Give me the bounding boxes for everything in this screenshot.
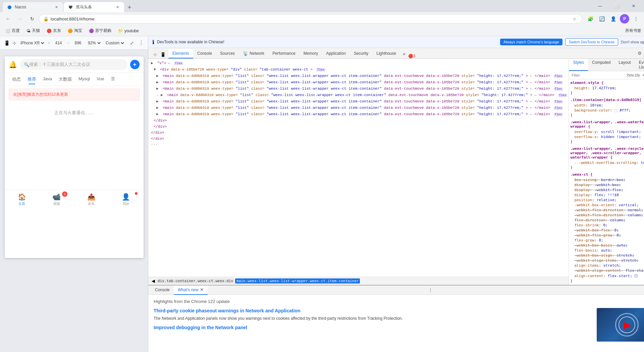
tab-memory[interactable]: Memory [300,49,322,58]
bottom-tab-console[interactable]: Console [151,285,174,295]
bottom-nav-home[interactable]: 🏠 主页 [5,190,40,209]
style-prop-webkit-flex-dir-1[interactable]: -webkit-flex-direction: normal; [570,208,644,213]
breadcrumb-nav-back[interactable]: ◀ [151,278,156,283]
dom-tree[interactable]: ▶ "v"> ← flex ▼ <div data-v-185be720 wee… [148,59,569,277]
minimize-button[interactable]: — [592,1,608,11]
bookmark-jd[interactable]: 🔴 京东 [44,27,64,35]
nav-java[interactable]: Java [40,74,55,84]
tab-lighthouse[interactable]: Lighthouse [372,49,400,58]
nav-mysql[interactable]: Mysql [75,74,93,84]
bottom-tab-close[interactable]: ✕ [200,287,204,292]
height-input[interactable] [72,41,84,45]
refresh-button[interactable]: ↻ [27,13,38,24]
back-button[interactable]: ← [3,13,13,24]
bottom-tab-whatsnew[interactable]: What's new ✕ [174,285,208,295]
tab-close-nacos[interactable]: ✕ [54,4,59,10]
tab-heimatoutiao[interactable]: 🖤 黑马头条 ✕ [64,2,124,12]
close-button[interactable]: ✕ [626,1,641,11]
nav-dongtai[interactable]: 动态 [9,74,24,84]
maximize-button[interactable]: ⬜ [609,1,625,11]
styles-tab-styles[interactable]: Styles [569,59,588,71]
style-prop-webkit-box-flex[interactable]: -webkit-box-flex: 0; [570,228,644,233]
styles-tab-computed[interactable]: Computed [588,59,614,71]
rotate-button[interactable]: ⤢ [128,39,136,47]
tab-network[interactable]: 📡 Network [239,49,268,58]
style-prop-align-content[interactable]: align-content: flex-start; ⓘ [570,273,644,279]
bell-icon[interactable]: 🔔 [9,60,17,69]
style-prop-webkit-overflow[interactable]: ⚠ -webkit-overflow-scrolling: touch; [570,160,644,165]
style-prop-align-items[interactable]: align-items: stretch; [570,263,644,268]
bottom-panel-more[interactable]: ⋮ [426,288,435,293]
bottom-nav-mine[interactable]: 👤 我的 [109,190,144,209]
style-prop-display-webkit-flex[interactable]: display: -webkit-flex; [570,187,644,192]
dom-line-1[interactable]: ▶ "v"> ← flex [148,60,569,67]
dom-line-4[interactable]: ▶ <main data-v-6d0b0319 weex-type= "list… [148,79,569,86]
tab-application[interactable]: Application [322,49,350,58]
dom-line-7[interactable]: ▶ <main data-v-6d0b0319 weex-type= "list… [148,105,569,111]
switch-devtools-language-button[interactable]: Switch DevTools to Chinese [565,38,618,46]
dom-line-10[interactable]: </div> [148,124,569,130]
sync-icon[interactable]: 🔄 [596,13,607,24]
video-thumbnail[interactable]: ▶ new [597,308,644,342]
style-prop-position[interactable]: position: relative; [570,197,644,203]
extensions-icon[interactable]: 🧩 [585,13,596,24]
device-toolbar-inspect-icon[interactable]: 📱 [4,40,10,46]
nav-menu-icon[interactable]: ☰ [108,74,118,84]
styles-content[interactable]: element.style { height: 17.4277rem; } .i… [569,79,644,285]
bookmark-youtube[interactable]: 📁 youtube [115,27,142,35]
device-toolbar-more[interactable]: ⋮ [139,40,144,46]
address-bar[interactable]: 🔒 localhost:8801/#/home ☆ [39,14,582,24]
zoom-select[interactable]: 92% [87,40,102,46]
forward-button[interactable]: → [15,13,25,24]
style-prop-height[interactable]: height: 17.4277rem; [570,86,644,91]
article2-title[interactable]: Improved debugging in the Network panel [154,325,644,330]
tab-nacos[interactable]: 🔵 Nacos ✕ [3,2,63,12]
width-input[interactable] [53,41,64,45]
device-toolbar-cursor-icon[interactable]: ⊹ [12,40,16,46]
nav-dashuju[interactable]: 大数据 [55,74,75,84]
bottom-nav-publish[interactable]: 📤 发布 [74,190,109,209]
account-icon[interactable]: 👤 [608,13,619,24]
bookmark-taobao[interactable]: 🟠 淘宝 [65,27,85,35]
dom-line-warning[interactable]: ⚠ ▶ <main data-v-6d0b0319 weex-type= "li… [148,92,569,98]
breadcrumb-item-1[interactable]: div.tab-container.weex-ct.weex-div [156,278,234,283]
style-prop-webkit-align-items[interactable]: -webkit-align-items: stretch; [570,258,644,263]
tab-console[interactable]: Console [193,49,216,58]
more-menu-icon[interactable]: ⋮ [631,13,641,24]
device-select[interactable]: iPhone XR [19,40,45,46]
tab-security[interactable]: Security [350,49,372,58]
dom-line-8[interactable]: ▶ <main data-v-6d0b0319 weex-type= "list… [148,111,569,118]
styles-tab-events[interactable]: Event Listeners [635,59,644,71]
nav-tuijian[interactable]: 推荐 [24,74,40,84]
bookmark-baidu[interactable]: ⬜ 百度 [3,27,22,35]
styles-tab-layout[interactable]: Layout [614,59,635,71]
style-prop-display-webkit-box[interactable]: display: -webkit-box; [570,182,644,187]
dom-line-12[interactable]: </div> [148,136,569,142]
devtools-settings-icon[interactable]: ⚙ [636,49,644,57]
dom-line-3[interactable]: ▶ <main data-v-6d0b0319 weex-type= "list… [148,73,569,79]
style-prop-webkit-align-content[interactable]: -webkit-align-content: flex-start; [570,268,644,273]
devtools-device-icon[interactable]: 📱 [159,50,167,58]
style-prop-flex-dir[interactable]: flex-direction: column; [570,218,644,223]
dom-line-11[interactable]: </div> [148,130,569,136]
dom-more-indicator[interactable]: ··· [148,142,569,147]
style-prop-overflow-x[interactable]: overflow-x: hidden !important; [570,134,644,139]
styles-filter-input[interactable] [572,73,626,77]
style-prop-webkit-flex-dir-2[interactable]: -webkit-flex-direction: column; [570,213,644,218]
style-prop-webkit-flex-grow[interactable]: -webkit-flex-grow: 0; [570,233,644,238]
style-prop-flex-basis[interactable]: flex-basis: auto; [570,248,644,253]
style-prop-display-flex[interactable]: display: flex; !!!$0 [570,192,644,197]
style-prop-webkit-box-orient[interactable]: -webkit-box-orient: vertical; [570,203,644,208]
app-search-bar[interactable]: 🔍 搜索：十三届全国人大二次会议 [20,59,127,70]
new-tab-button[interactable]: + [125,3,134,12]
bookmark-star-icon[interactable]: ☆ [571,15,578,22]
app-add-button[interactable]: + [130,60,140,69]
all-bookmarks[interactable]: 所有书签 [625,28,641,34]
tab-elements[interactable]: Elements [168,49,193,58]
tab-performance[interactable]: Performance [268,49,300,58]
filter-cls-icon[interactable]: .cls [634,72,640,78]
dont-show-again-link[interactable]: Don't show again [621,40,644,44]
always-match-language-button[interactable]: Always match Chrome's language [500,39,562,45]
dom-line-5[interactable]: ▶ <main data-v-6d0b0319 weex-type= "list… [148,86,569,92]
tab-close-ht[interactable]: ✕ [115,4,120,10]
